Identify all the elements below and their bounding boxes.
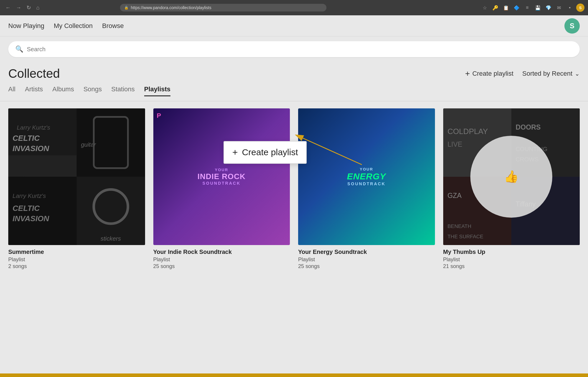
star-icon[interactable]: ☆ xyxy=(481,4,489,12)
svg-text:INVASION: INVASION xyxy=(12,144,49,153)
playlist-card-thumbsup[interactable]: COLDPLAY LIVE DOORS COUNTING CROWS xyxy=(443,108,580,269)
lock-icon: 🔒 xyxy=(124,6,129,10)
top-nav: Now Playing My Collection Browse S xyxy=(0,15,588,37)
search-bar-container: 🔍 xyxy=(0,37,588,62)
extension-icon-6[interactable]: 💎 xyxy=(544,4,553,12)
svg-text:INVASION: INVASION xyxy=(12,214,49,223)
svg-rect-4 xyxy=(8,155,77,176)
home-button[interactable]: ⌂ xyxy=(35,4,41,11)
playlist-card-energy[interactable]: YOUR ENERGY SOUNDTRACK Your Energy Sound… xyxy=(298,108,435,269)
playlist-thumbnail-thumbsup: COLDPLAY LIVE DOORS COUNTING CROWS xyxy=(443,108,580,245)
app-container: Now Playing My Collection Browse S 🔍 Col… xyxy=(0,15,588,377)
playlist-thumbnail-energy: YOUR ENERGY SOUNDTRACK xyxy=(298,108,435,245)
chevron-down-icon: ⌄ xyxy=(575,70,580,77)
tab-songs[interactable]: Songs xyxy=(83,85,102,96)
search-input[interactable] xyxy=(27,46,573,53)
svg-text:DOORS: DOORS xyxy=(516,123,541,131)
thumbs-up-overlay: 👍 xyxy=(470,136,552,218)
indie-line3: SOUNDTRACK xyxy=(202,181,241,186)
browser-chrome: ← → ↻ ⌂ 🔒 https://www.pandora.com/collec… xyxy=(0,0,588,15)
playlist-thumbnail-indie-rock: P YOUR INDIE ROCK SOUNDTRACK xyxy=(153,108,290,245)
nav-browse[interactable]: Browse xyxy=(102,22,124,30)
playlist-card-indie-rock[interactable]: P YOUR INDIE ROCK SOUNDTRACK Your Indie … xyxy=(153,108,290,269)
pandora-p-logo: P xyxy=(157,112,161,120)
tooltip-plus-icon: + xyxy=(232,147,238,158)
energy-line2: ENERGY xyxy=(347,172,386,181)
svg-text:BENEATH: BENEATH xyxy=(447,223,471,229)
browser-toolbar-icons: ☆ 🔑 📋 🔷 ≡ 💾 💎 ✉ ▪ S xyxy=(481,4,584,12)
svg-text:CELTIC: CELTIC xyxy=(12,134,40,143)
tab-playlists[interactable]: Playlists xyxy=(144,85,170,96)
energy-line1: YOUR xyxy=(360,167,373,171)
extension-icon-3[interactable]: 🔷 xyxy=(513,4,521,12)
playlist-count: 2 songs xyxy=(8,263,145,269)
playlist-thumbnail-summertime: Larry Kurtz's CELTIC INVASION guitar xyxy=(8,108,145,245)
nav-my-collection[interactable]: My Collection xyxy=(54,22,93,30)
svg-text:THE SURFACE: THE SURFACE xyxy=(447,233,483,239)
extension-icon-1[interactable]: 🔑 xyxy=(491,4,500,12)
search-icon: 🔍 xyxy=(15,45,23,53)
tab-stations[interactable]: Stations xyxy=(111,85,135,96)
sort-dropdown[interactable]: Sorted by Recent ⌄ xyxy=(522,70,580,77)
create-playlist-tooltip[interactable]: + Create playlist xyxy=(224,141,307,164)
svg-text:CELTIC: CELTIC xyxy=(12,204,40,213)
tab-albums[interactable]: Albums xyxy=(52,85,74,96)
address-bar[interactable]: 🔒 https://www.pandora.com/collection/pla… xyxy=(120,4,326,11)
header-right: + Create playlist Sorted by Recent ⌄ xyxy=(462,67,580,80)
create-playlist-button[interactable]: + Create playlist xyxy=(462,67,516,80)
reload-button[interactable]: ↻ xyxy=(25,4,33,11)
browser-nav-buttons: ← → ↻ ⌂ xyxy=(4,4,41,11)
indie-line1: YOUR xyxy=(215,168,228,172)
svg-text:COLDPLAY: COLDPLAY xyxy=(447,127,488,136)
tooltip-label: Create playlist xyxy=(242,147,298,157)
plus-icon: + xyxy=(465,69,470,78)
playlist-name: Your Energy Soundtrack xyxy=(298,249,435,255)
search-bar[interactable]: 🔍 xyxy=(8,41,580,57)
svg-rect-12 xyxy=(77,177,145,245)
playlist-type: Playlist xyxy=(443,257,580,263)
tab-artists[interactable]: Artists xyxy=(25,85,43,96)
user-avatar[interactable]: S xyxy=(564,18,580,34)
playlist-type: Playlist xyxy=(298,257,435,263)
back-button[interactable]: ← xyxy=(4,4,12,11)
extension-icon-8[interactable]: ▪ xyxy=(566,4,574,12)
extension-icon-2[interactable]: 📋 xyxy=(502,4,510,12)
bottom-bar xyxy=(0,373,588,377)
playlist-count: 21 songs xyxy=(443,263,580,269)
sort-label: Sorted by Recent xyxy=(522,70,572,77)
playlist-name: Summertime xyxy=(8,249,145,255)
energy-line3: SOUNDTRACK xyxy=(347,181,386,186)
filter-tabs: All Artists Albums Songs Stations Playli… xyxy=(0,83,588,101)
playlist-count: 25 songs xyxy=(298,263,435,269)
playlist-name: My Thumbs Up xyxy=(443,249,580,255)
collection-header: Collected + Create playlist Sorted by Re… xyxy=(0,62,588,83)
svg-text:stickers: stickers xyxy=(101,235,121,242)
extension-icon-7[interactable]: ✉ xyxy=(555,4,563,12)
playlist-name: Your Indie Rock Soundtrack xyxy=(153,249,290,255)
browser-user-avatar[interactable]: S xyxy=(576,4,584,12)
playlist-card-summertime[interactable]: Larry Kurtz's CELTIC INVASION guitar xyxy=(8,108,145,269)
indie-line2: INDIE ROCK xyxy=(198,173,246,180)
collection-title: Collected xyxy=(8,67,60,81)
forward-button[interactable]: → xyxy=(14,4,23,11)
url-text: https://www.pandora.com/collection/playl… xyxy=(131,5,211,10)
svg-text:Larry Kurtz's: Larry Kurtz's xyxy=(17,124,50,131)
playlist-count: 25 songs xyxy=(153,263,290,269)
nav-now-playing[interactable]: Now Playing xyxy=(8,22,44,30)
extension-icon-5[interactable]: 💾 xyxy=(534,4,542,12)
playlist-type: Playlist xyxy=(8,257,145,263)
create-playlist-label: Create playlist xyxy=(472,70,513,77)
playlist-grid: Larry Kurtz's CELTIC INVASION guitar xyxy=(0,101,588,277)
svg-text:GZA: GZA xyxy=(447,192,461,199)
svg-text:Larry Kurtz's: Larry Kurtz's xyxy=(12,193,46,199)
svg-text:LIVE: LIVE xyxy=(447,140,462,148)
playlist-type: Playlist xyxy=(153,257,290,263)
nav-items: Now Playing My Collection Browse xyxy=(8,22,564,30)
tab-all[interactable]: All xyxy=(8,85,15,96)
extension-icon-4[interactable]: ≡ xyxy=(523,4,531,12)
